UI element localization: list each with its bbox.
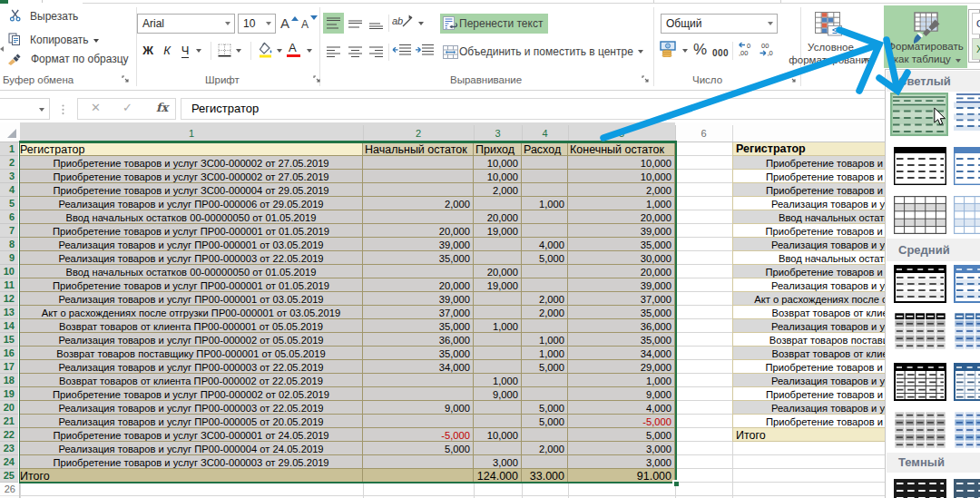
table1-cell[interactable] xyxy=(522,224,568,238)
column-header-2[interactable]: 2 xyxy=(400,126,436,141)
table-style-medium-blue-solid[interactable] xyxy=(954,411,980,449)
table1-cell[interactable]: 35,000 xyxy=(363,347,474,360)
table1-row-label[interactable]: Реализация товаров и услуг ПР00-000003 о… xyxy=(20,401,363,415)
increase-indent-button[interactable] xyxy=(415,44,436,62)
number-format-combo[interactable]: Общий xyxy=(661,14,778,34)
table1-row-label[interactable]: Акт о расхождениях после отгрузки ПР00-0… xyxy=(20,306,363,319)
table1-cell[interactable]: 2,000 xyxy=(363,197,474,210)
row-header-12[interactable]: 12 xyxy=(0,292,18,306)
table1-cell[interactable] xyxy=(522,278,568,292)
row-header-22[interactable]: 22 xyxy=(0,428,18,442)
table-style-medium-blue-header[interactable] xyxy=(954,265,980,303)
table1-cell[interactable]: 30,000 xyxy=(568,251,675,265)
table1-cell[interactable]: 39,000 xyxy=(363,292,474,306)
table1-header-cell[interactable]: Регистратор xyxy=(20,142,363,156)
table1-row-label[interactable]: Реализация товаров и услуг ПР00-000003 о… xyxy=(20,251,363,265)
name-box[interactable] xyxy=(0,98,50,120)
table1-cell[interactable]: 19,000 xyxy=(474,224,522,238)
decrease-indent-button[interactable] xyxy=(392,44,413,62)
row-header-11[interactable]: 11 xyxy=(0,278,18,292)
table1-cell[interactable]: 36,000 xyxy=(363,333,474,347)
selection-fill-handle-square[interactable] xyxy=(674,482,679,486)
fx-icon[interactable]: fx xyxy=(156,101,168,114)
table1-cell[interactable]: 2,000 xyxy=(522,292,568,306)
row-header-7[interactable]: 7 xyxy=(0,224,18,238)
orientation-dropdown-icon[interactable] xyxy=(418,22,424,25)
row-header-15[interactable]: 15 xyxy=(0,333,18,347)
table1-cell[interactable]: 9,000 xyxy=(474,387,522,401)
table1-cell[interactable] xyxy=(363,415,474,428)
table1-total-cell[interactable]: 33.000 xyxy=(522,469,568,483)
table1-row-label[interactable]: Реализация товаров и услуг ПР00-000003 о… xyxy=(20,360,363,374)
borders-dropdown-icon[interactable] xyxy=(236,49,241,53)
table1-cell[interactable] xyxy=(363,455,474,469)
table1-cell[interactable]: 10,000 xyxy=(568,156,675,170)
table-style-light-blue-banded[interactable] xyxy=(954,93,980,131)
copy-dropdown-icon[interactable] xyxy=(93,39,99,43)
row-header-8[interactable]: 8 xyxy=(0,238,18,251)
row-header-17[interactable]: 17 xyxy=(0,360,18,374)
table1-cell[interactable]: 1,000 xyxy=(474,319,522,333)
table1-total-cell[interactable]: 91.000 xyxy=(568,469,675,483)
table1-total-cell[interactable] xyxy=(363,469,474,483)
table1-cell[interactable]: 20,000 xyxy=(568,265,675,278)
table1-cell[interactable] xyxy=(522,210,568,224)
formula-input[interactable]: Регистратор xyxy=(181,98,980,120)
table1-row-label[interactable]: Ввод начальных остатков 00-00000050 от 0… xyxy=(20,265,363,278)
borders-button[interactable] xyxy=(218,44,232,58)
table1-row-label[interactable]: Реализация товаров и услуг ПР00-000005 о… xyxy=(20,415,363,428)
merge-center-dropdown-icon[interactable] xyxy=(638,50,643,54)
row-header-14[interactable]: 14 xyxy=(0,319,18,333)
percent-style-button[interactable]: % xyxy=(693,41,711,59)
comma-style-button[interactable]: 000 xyxy=(712,44,730,58)
font-name-combo[interactable]: Arial xyxy=(137,14,235,34)
table1-cell[interactable]: 1,000 xyxy=(568,374,675,387)
table1-cell[interactable]: 35,000 xyxy=(568,238,675,251)
table1-cell[interactable] xyxy=(522,183,568,197)
formula-bar-resize-dots[interactable] xyxy=(62,104,64,115)
font-color-button[interactable]: А xyxy=(286,41,304,59)
table1-cell[interactable]: 3,000 xyxy=(474,455,522,469)
table1-cell[interactable] xyxy=(474,306,522,319)
table-style-medium-blue-checker[interactable] xyxy=(954,312,980,350)
row-header-19[interactable]: 19 xyxy=(0,387,18,401)
table1-cell[interactable] xyxy=(474,251,522,265)
row-header-6[interactable]: 6 xyxy=(0,210,18,224)
merge-center-button[interactable]: Объединить и поместить в центре xyxy=(440,42,647,62)
table1-cell[interactable] xyxy=(363,265,474,278)
table1-header-cell[interactable]: Начальный остаток xyxy=(363,142,474,156)
table-style-dark-black[interactable] xyxy=(894,479,946,498)
table1-cell[interactable] xyxy=(474,442,522,455)
table1-row-label[interactable]: Реализация товаров и услуг ПР00-000001 о… xyxy=(20,238,363,251)
format-as-table-button[interactable]: Форматировать как таблицу xyxy=(884,5,967,68)
table1-cell[interactable]: 34,000 xyxy=(363,360,474,374)
table1-cell[interactable]: 35,000 xyxy=(363,319,474,333)
table1-cell[interactable]: 9,000 xyxy=(568,387,675,401)
table1-cell[interactable]: 1,000 xyxy=(568,197,675,210)
fill-color-button[interactable] xyxy=(257,42,275,60)
table1-cell[interactable]: 2,000 xyxy=(474,183,522,197)
paste-button-sliver[interactable] xyxy=(0,46,4,53)
table-style-medium-gray-solid[interactable] xyxy=(894,411,946,449)
table-style-light-blue-grid[interactable] xyxy=(954,196,980,234)
table1-cell[interactable] xyxy=(522,374,568,387)
row-header-4[interactable]: 4 xyxy=(0,183,18,197)
table1-cell[interactable]: 5,000 xyxy=(522,415,568,428)
decrease-font-button[interactable]: A xyxy=(300,15,319,34)
row-header-21[interactable]: 21 xyxy=(0,415,18,428)
row-header-26[interactable]: 26 xyxy=(0,483,19,496)
cell-style-normal[interactable]: О xyxy=(972,13,980,34)
table1-cell[interactable] xyxy=(363,183,474,197)
table1-cell[interactable] xyxy=(522,428,568,442)
table1-cell[interactable] xyxy=(474,333,522,347)
clipboard-dialog-launcher-icon[interactable] xyxy=(122,75,131,84)
table1-cell[interactable]: 5,000 xyxy=(522,401,568,415)
table1-cell[interactable] xyxy=(474,292,522,306)
table1-cell[interactable]: 1,000 xyxy=(522,347,568,360)
underline-dropdown-icon[interactable] xyxy=(196,49,201,53)
row-header-18[interactable]: 18 xyxy=(0,374,18,387)
table-style-light-black-header[interactable] xyxy=(894,147,946,185)
table1-cell[interactable] xyxy=(363,170,474,183)
font-size-dropdown-icon[interactable] xyxy=(266,22,271,25)
table1-total-cell[interactable]: Итого xyxy=(20,469,363,483)
